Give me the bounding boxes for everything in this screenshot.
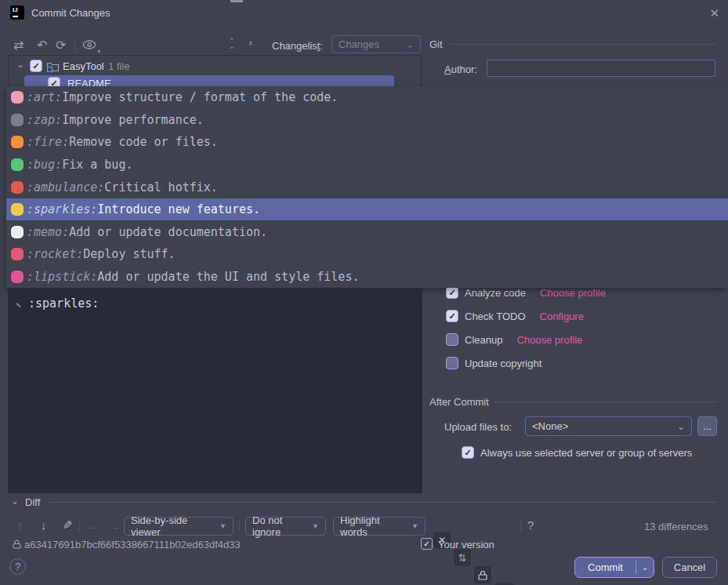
dropdown-arrow-icon: ▼ [312, 522, 319, 530]
cleanup-checkbox[interactable] [446, 333, 458, 346]
dropdown-arrow-icon: ▼ [219, 522, 226, 530]
author-label-rest: uthor: [451, 64, 477, 75]
configure-link[interactable]: Configure [540, 311, 584, 322]
window-drag-notch [230, 0, 243, 2]
edit-source-icon[interactable]: ✎ [63, 519, 73, 531]
your-version-checkbox[interactable] [421, 538, 433, 550]
highlight-mode-dropdown[interactable]: Highlight words ▼ [333, 517, 426, 536]
disable-editing-button[interactable] [474, 566, 491, 583]
memo-emoji-icon [11, 226, 24, 238]
show-diff-eye-icon[interactable]: ▾ [82, 40, 97, 53]
popup-item-lipstick[interactable]: :lipstick: Add or update the UI and styl… [6, 266, 728, 289]
popup-item-fire[interactable]: :fire: Remove code or files. [6, 131, 728, 154]
emoji-code: :bug: [27, 158, 62, 172]
tree-root-suffix: 1 file [108, 60, 129, 72]
close-icon[interactable]: ✕ [709, 6, 719, 20]
cancel-button[interactable]: Cancel [662, 557, 717, 578]
changelist-label: Changelist: [272, 40, 323, 52]
upload-target-dropdown[interactable]: <None> ⌄ [525, 416, 692, 436]
sparkles-emoji-icon [11, 203, 24, 216]
emoji-description: Improve performance. [62, 113, 204, 127]
chevron-down-icon: ⌄ [677, 421, 685, 432]
emoji-code: :ambulance: [27, 180, 104, 194]
ambulance-emoji-icon [11, 181, 24, 194]
author-label: Author: [444, 64, 477, 75]
commit-options-chevron-icon[interactable]: ⌄ [636, 558, 654, 577]
browse-servers-button[interactable]: ... [697, 416, 717, 436]
diff-toolbar-separator [520, 520, 521, 532]
author-input[interactable] [487, 60, 715, 77]
popup-item-rocket[interactable]: :rocket: Deploy stuff. [6, 243, 728, 266]
popup-item-sparkles-selected[interactable]: :sparkles: Introduce new features. [6, 198, 728, 221]
prev-change-icon[interactable]: ← [86, 519, 98, 532]
popup-item-memo[interactable]: :memo: Add or update documentation. [6, 220, 728, 243]
emoji-code: :sparkles: [27, 202, 97, 216]
emoji-description: Add or update documentation. [69, 225, 267, 239]
easytool-checkbox[interactable] [30, 60, 42, 72]
collapse-bottom-glyph: ⌃ [248, 44, 254, 49]
commit-button-label: Commit [575, 558, 636, 577]
always-use-server-label: Always use selected server or group of s… [480, 447, 692, 459]
expand-all-icon[interactable]: ⌃ ⌄ [229, 38, 235, 49]
rocket-emoji-icon [11, 248, 24, 260]
diff-collapse-chevron-icon[interactable]: ⌄ [11, 496, 19, 506]
emoji-code: :rocket: [27, 247, 83, 261]
diff-section-label: Diff [25, 496, 40, 508]
changelist-value: Changes [339, 38, 379, 50]
sync-scrolling-button[interactable]: ⇅ [454, 549, 471, 566]
popup-item-bug[interactable]: :bug: Fix a bug. [6, 154, 728, 176]
tree-root-name[interactable]: EasyTool [63, 60, 104, 72]
intellij-logo-icon: IJ [10, 5, 24, 20]
refresh-icon[interactable]: ⟳ [56, 39, 66, 52]
diff-toolbar-separator [239, 520, 240, 532]
next-difference-icon[interactable]: ↓ [41, 519, 47, 531]
next-change-icon[interactable]: → [108, 519, 120, 532]
update-copyright-label: Update copyright [465, 358, 541, 369]
collapse-all-icon[interactable]: ⌄ ⌃ [248, 38, 254, 49]
previous-difference-icon[interactable]: ↑ [17, 519, 24, 532]
gitmoji-completion-popup: :art: Improve structure / format of the … [6, 86, 728, 288]
popup-item-ambulance[interactable]: :ambulance: Critical hotfix. [6, 176, 728, 198]
selected-file-row[interactable]: README [24, 75, 394, 86]
emoji-code: :memo: [27, 225, 69, 239]
whitespace-policy-dropdown[interactable]: Do not ignore ▼ [245, 517, 326, 536]
viewer-mode-dropdown[interactable]: Side-by-side viewer ▼ [124, 517, 234, 536]
tree-chevron-icon[interactable]: ⌄ [16, 60, 24, 69]
update-copyright-checkbox[interactable] [446, 357, 458, 369]
always-use-server-checkbox[interactable] [462, 446, 474, 459]
changelist-dropdown[interactable]: Changes ⌄ [331, 35, 421, 53]
fire-emoji-icon [11, 136, 24, 148]
dropdown-arrow-icon: ▼ [411, 522, 418, 530]
dialog-title: Commit Changes [31, 7, 110, 19]
commit-message-text: :sparkles: [28, 296, 99, 311]
commit-message-editor[interactable]: :sparkles: [8, 288, 422, 493]
upload-target-value: <None> [532, 420, 568, 432]
diff-help-icon[interactable]: ? [527, 519, 534, 531]
viewer-mode-value: Side-by-side viewer [131, 514, 213, 538]
toolbar-separator [74, 40, 75, 53]
cleanup-choose-profile-link[interactable]: Choose profile [516, 334, 582, 346]
diff-toolbar-separator [79, 520, 80, 532]
file-name-partial: README [67, 78, 111, 86]
bug-emoji-icon [11, 158, 24, 171]
analyze-code-checkbox[interactable] [446, 286, 458, 299]
emoji-code: :fire: [27, 135, 69, 149]
upload-files-label: Upload files to: [444, 421, 512, 433]
module-folder-icon [46, 60, 60, 74]
help-button[interactable]: ? [9, 558, 26, 575]
move-to-changelist-icon[interactable]: ⇄ [13, 39, 24, 52]
sparkles-fallback-glyph [16, 303, 21, 307]
rollback-icon[interactable]: ↶ [37, 39, 47, 52]
after-commit-section-label: After Commit [429, 396, 489, 408]
lock-icon [478, 570, 487, 580]
palette-emoji-icon [11, 91, 24, 104]
commit-button[interactable]: Commit ⌄ [574, 557, 654, 578]
choose-profile-link[interactable]: Choose profile [540, 287, 606, 299]
highlight-mode-value: Highlight words [340, 514, 405, 538]
popup-item-art[interactable]: :art: Improve structure / format of the … [6, 86, 728, 109]
git-section-label: Git [429, 38, 443, 50]
intellij-logo-text: IJ [13, 6, 18, 13]
popup-item-zap[interactable]: :zap: Improve performance. [6, 109, 728, 132]
file-checkbox[interactable] [48, 77, 60, 86]
check-todo-checkbox[interactable] [446, 310, 458, 322]
